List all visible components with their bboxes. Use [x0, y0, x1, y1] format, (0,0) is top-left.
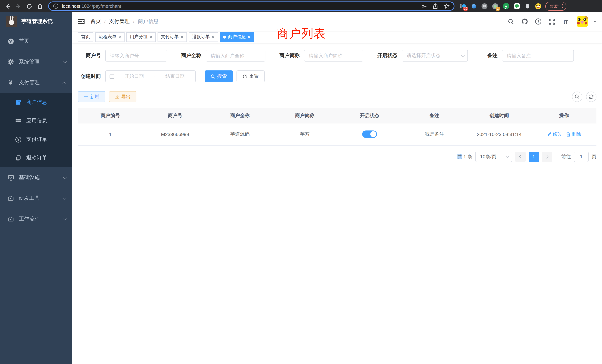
table-header-row: 商户编号 商户号 商户全称 商户简称 开启状态 备注 创建时间 操作: [78, 108, 596, 123]
yen-icon: ¥: [7, 80, 14, 86]
profile-emoji-icon[interactable]: [535, 3, 542, 10]
chevron-down-icon: [63, 175, 67, 179]
site-info-icon[interactable]: [53, 3, 59, 9]
cell-merchant-id: 1: [78, 123, 143, 145]
top-navbar: 首页 / 支付管理 / 商户信息 ?: [72, 12, 602, 31]
chevron-down-icon: [63, 196, 67, 200]
next-page-button[interactable]: [542, 151, 552, 162]
start-date-placeholder: 开始日期: [118, 73, 151, 80]
prev-page-button[interactable]: [515, 151, 526, 162]
payment-submenu: 商户信息 应用信息 ¥ 支付订单: [0, 93, 72, 167]
reset-button[interactable]: 重置: [236, 70, 265, 82]
toolbox-icon: [7, 216, 14, 222]
page-1-button[interactable]: 1: [529, 151, 539, 162]
monitor-chart-icon: [7, 174, 14, 181]
goto-label: 前往: [561, 153, 571, 160]
col-merchant-no: 商户号: [143, 108, 208, 123]
goto-page-input[interactable]: [574, 151, 589, 162]
browser-menu-icon[interactable]: [562, 4, 562, 8]
sidebar-item-workflow[interactable]: 工作流程: [0, 209, 72, 229]
dashboard-icon: [7, 38, 14, 44]
breadcrumb-home[interactable]: 首页: [90, 18, 101, 25]
bookmark-star-icon[interactable]: [444, 3, 450, 9]
refresh-icon: [242, 74, 247, 79]
merchant-no-input[interactable]: [105, 50, 167, 62]
close-icon[interactable]: [118, 35, 121, 38]
browser-update-button[interactable]: 更新: [545, 2, 566, 11]
header-search-icon[interactable]: [507, 17, 515, 26]
short-name-input[interactable]: [304, 50, 363, 62]
address-bar[interactable]: localhost:1024/pay/merchant: [48, 1, 454, 11]
browser-home-button[interactable]: [36, 2, 44, 11]
delete-button[interactable]: 删除: [566, 131, 581, 138]
fullscreen-icon[interactable]: [548, 17, 556, 26]
merchant-page: 商户号 商户全称 商户简称 开启状态 请选择开启状态 备注 创: [72, 43, 602, 364]
share-icon[interactable]: [433, 3, 438, 9]
page-size-select[interactable]: 10条/页: [475, 151, 512, 162]
sidebar-item-home[interactable]: 首页: [0, 31, 72, 52]
sidebar-toggle-icon[interactable]: [78, 19, 85, 24]
sidebar-item-system[interactable]: 系统管理: [0, 52, 72, 72]
gear-icon: [7, 59, 14, 65]
edit-button[interactable]: 修改: [547, 131, 562, 138]
extension-diamond-icon[interactable]: 10: [460, 3, 466, 10]
status-toggle[interactable]: [362, 130, 377, 138]
extension-y-icon[interactable]: y: [503, 3, 509, 10]
search-button[interactable]: 搜索: [205, 70, 233, 82]
create-time-range-picker[interactable]: 开始日期 - 结束日期: [105, 70, 196, 82]
browser-forward-button[interactable]: [14, 2, 23, 11]
user-avatar[interactable]: [577, 16, 588, 27]
extension-circle-icon[interactable]: 1: [492, 3, 499, 10]
sidebar: 芋道管理系统 首页 系统管理: [0, 12, 72, 364]
password-key-icon[interactable]: [421, 3, 427, 9]
end-date-placeholder: 结束日期: [158, 73, 192, 80]
remark-label: 备注: [485, 52, 497, 59]
refresh-table-button[interactable]: [586, 92, 596, 102]
add-button[interactable]: 新增: [78, 91, 105, 102]
close-icon[interactable]: [212, 35, 215, 38]
sidebar-item-app-info[interactable]: 应用信息: [0, 112, 72, 130]
sidebar-item-infrastructure[interactable]: 基础设施: [0, 167, 72, 188]
tab-refund-order[interactable]: 退款订单: [189, 32, 218, 42]
tab-process-form[interactable]: 流程表单: [95, 32, 125, 42]
full-name-input[interactable]: [206, 50, 265, 62]
browser-back-button[interactable]: [3, 2, 12, 11]
breadcrumb-payment[interactable]: 支付管理: [109, 18, 130, 25]
tab-pay-order[interactable]: 支付订单: [158, 32, 187, 42]
help-icon[interactable]: ?: [534, 17, 542, 26]
sidebar-item-pay-order[interactable]: ¥ 支付订单: [0, 130, 72, 149]
font-size-icon[interactable]: tT: [562, 17, 570, 26]
extension-badge: 10: [463, 7, 468, 11]
close-icon[interactable]: [149, 35, 152, 38]
user-dropdown-caret-icon[interactable]: [593, 21, 596, 24]
sidebar-item-dev-tools[interactable]: 研发工具: [0, 188, 72, 209]
active-dot-icon: [223, 35, 226, 38]
browser-reload-button[interactable]: [25, 2, 34, 11]
col-status: 开启状态: [337, 108, 402, 123]
chevron-down-icon: [461, 53, 465, 57]
extensions-puzzle-icon[interactable]: [524, 3, 531, 10]
tab-home[interactable]: 首页: [78, 32, 93, 42]
extension-balloon-icon[interactable]: [470, 3, 477, 10]
sidebar-item-merchant-info[interactable]: 商户信息: [0, 93, 72, 112]
export-button[interactable]: 导出: [109, 91, 136, 102]
app-logo[interactable]: 芋道管理系统: [0, 12, 72, 31]
trash-icon: [566, 132, 570, 137]
tab-merchant-info[interactable]: 商户信息: [220, 32, 254, 42]
close-icon[interactable]: [181, 35, 183, 38]
status-select[interactable]: 请选择开启状态: [402, 50, 468, 62]
col-actions: 操作: [532, 108, 596, 123]
cell-create-time: 2021-10-23 08:31:14: [467, 123, 532, 145]
extension-badge: 1: [496, 7, 500, 11]
extension-command-icon[interactable]: ⌘: [481, 3, 488, 10]
sidebar-item-refund-order[interactable]: 退款订单: [0, 149, 72, 167]
extension-chat-icon[interactable]: [513, 3, 520, 10]
remark-input[interactable]: [502, 50, 574, 62]
github-icon[interactable]: [520, 17, 529, 26]
cell-full-name: 芋道源码: [208, 123, 272, 145]
tab-user-group[interactable]: 用户分组: [126, 32, 156, 42]
sidebar-item-payment[interactable]: ¥ 支付管理: [0, 72, 72, 93]
show-search-toggle-button[interactable]: [572, 92, 582, 102]
close-icon[interactable]: [248, 35, 251, 38]
document-copy-icon: [15, 155, 22, 161]
